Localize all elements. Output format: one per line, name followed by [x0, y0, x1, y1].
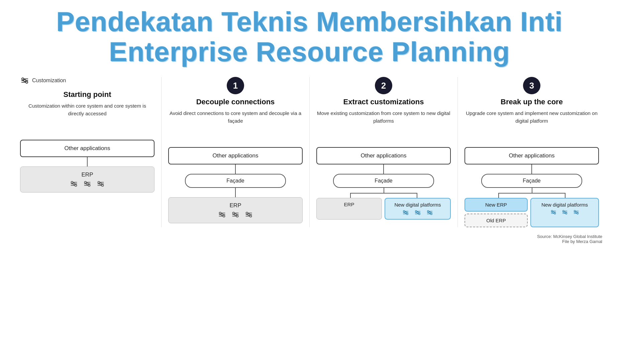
main-title: Pendekatan Teknis Membersihkan Inti Ente…: [13, 7, 606, 67]
ndp-icons-3: [533, 210, 596, 215]
col0-title: Starting point: [64, 90, 111, 99]
gear-icon-ndp-2b: [414, 210, 421, 216]
other-applications-box-3: Other applications: [465, 147, 599, 164]
col3-diagram: Other applications Façade: [465, 147, 599, 227]
col1-description: Avoid direct connections to core system …: [168, 110, 303, 136]
col3-title: Break up the core: [501, 98, 563, 106]
svg-point-25: [219, 212, 221, 214]
svg-point-15: [86, 183, 88, 185]
columns-wrapper: Customization Starting point Customizati…: [13, 77, 606, 227]
gear-icon-erp-1c: [244, 211, 253, 218]
svg-point-73: [574, 211, 575, 212]
gear-icon-erp-1a: [218, 211, 226, 218]
gear-icon-ndp-2a: [402, 210, 409, 216]
erp-icons-0: [24, 180, 151, 188]
svg-point-51: [417, 212, 419, 214]
step-circle-1: 1: [227, 77, 244, 94]
column-decouple: 1 Decouple connections Avoid direct conn…: [162, 77, 310, 227]
col2-title: Extract customizations: [343, 98, 424, 106]
svg-point-5: [26, 81, 28, 83]
col3-description: Upgrade core system and implement new cu…: [465, 110, 599, 136]
svg-point-23: [102, 185, 104, 187]
gear-icon-ndp-3a: [550, 210, 557, 215]
column-breakup: 3 Break up the core Upgrade core system …: [458, 77, 606, 227]
erp-box-2: ERP: [316, 198, 382, 220]
col1-header: 1 Decouple connections Avoid direct conn…: [168, 77, 303, 136]
col3-bottom-row: New ERP Old ERP New digital platforms: [465, 198, 599, 227]
svg-point-19: [98, 181, 100, 184]
svg-point-11: [75, 185, 77, 187]
connector-0a: [87, 157, 88, 166]
other-applications-box-1: Other applications: [168, 147, 303, 164]
erp-box-0: ERP: [20, 166, 154, 193]
connector-1b: [235, 188, 236, 197]
svg-point-47: [406, 213, 408, 215]
svg-point-29: [223, 215, 225, 217]
col3-header: 3 Break up the core Upgrade core system …: [465, 77, 599, 136]
other-applications-box-0: Other applications: [20, 140, 154, 157]
ndp-icons-2: [387, 210, 448, 216]
svg-point-13: [85, 181, 87, 184]
svg-point-1: [22, 78, 24, 80]
gear-icon-ndp-3c: [573, 210, 580, 215]
connector-3a: [531, 164, 532, 174]
other-applications-box-2: Other applications: [316, 147, 451, 164]
svg-point-21: [100, 183, 102, 185]
svg-point-27: [221, 214, 223, 216]
col2-description: Move existing customization from core sy…: [316, 110, 451, 136]
gear-icon-erp-0c: [96, 180, 105, 188]
gear-icon-erp-1b: [231, 211, 240, 218]
svg-point-43: [403, 211, 405, 212]
svg-point-33: [234, 214, 236, 216]
gear-icon-ndp-3b: [561, 210, 568, 215]
column-starting-point: Customization Starting point Customizati…: [13, 77, 162, 227]
svg-point-65: [554, 213, 555, 214]
svg-point-63: [552, 212, 554, 213]
col0-header: Customization Starting point Customizati…: [20, 77, 154, 129]
step-circle-3: 3: [523, 77, 540, 94]
erp-box-1: ERP: [168, 197, 303, 223]
facade-box-3: Façade: [481, 174, 582, 188]
svg-point-75: [575, 212, 577, 213]
svg-point-45: [405, 212, 407, 214]
source-text: Source: McKinsey Global Institute File b…: [13, 234, 606, 244]
facade-box-1: Façade: [185, 174, 286, 188]
svg-point-49: [415, 211, 417, 212]
svg-point-71: [565, 213, 567, 214]
svg-point-53: [418, 213, 420, 215]
svg-point-67: [562, 211, 564, 212]
old-erp-box-3: Old ERP: [465, 214, 528, 227]
svg-point-7: [71, 181, 73, 184]
svg-point-39: [248, 214, 250, 216]
gear-icon-ndp-2c: [426, 210, 433, 216]
svg-point-69: [564, 212, 565, 213]
page-container: Pendekatan Teknis Membersihkan Inti Ente…: [0, 0, 619, 254]
connector-1a: [235, 164, 236, 174]
gear-icon-erp-0a: [70, 180, 78, 188]
new-digital-platforms-box-3: New digital platforms: [530, 198, 599, 227]
svg-point-59: [430, 213, 432, 215]
column-extract: 2 Extract customizations Move existing c…: [310, 77, 458, 227]
facade-box-2: Façade: [333, 174, 434, 188]
svg-point-57: [429, 212, 431, 214]
erp-icons-1: [172, 211, 299, 218]
gear-icon: [20, 77, 29, 84]
connector-2a: [383, 164, 384, 174]
col2-header: 2 Extract customizations Move existing c…: [316, 77, 451, 136]
svg-point-31: [233, 212, 235, 214]
col1-diagram: Other applications Façade ERP: [168, 147, 303, 223]
col0-description: Customization within core system and cor…: [20, 102, 154, 129]
svg-point-35: [236, 215, 238, 217]
step-circle-2: 2: [375, 77, 392, 94]
col2-diagram: Other applications Façade ERP: [316, 147, 451, 220]
col2-bottom-row: ERP New digital platforms: [316, 198, 451, 220]
svg-point-37: [246, 212, 248, 214]
svg-point-55: [427, 211, 429, 212]
svg-point-61: [551, 211, 552, 212]
col0-diagram: Other applications ERP: [20, 140, 154, 193]
svg-point-9: [73, 183, 75, 185]
svg-point-77: [577, 213, 578, 214]
gear-icon-erp-0b: [83, 180, 92, 188]
new-erp-box-3: New ERP: [465, 198, 528, 212]
svg-point-3: [24, 80, 26, 82]
